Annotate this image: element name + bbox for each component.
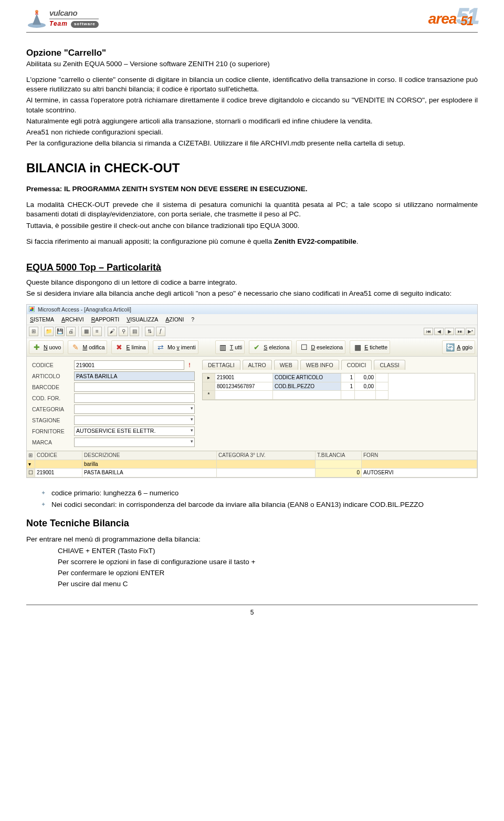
section3-p2: Se si desidera inviare alla bilancia anc… [26,289,478,298]
check-icon: ✔ [251,342,262,352]
label-codfor: COD. FOR. [32,394,74,402]
btn-nuovo[interactable]: ✚NNuovouovo [29,340,64,354]
warning-icon: ! [184,361,195,369]
tab-altro[interactable]: ALTRO [243,360,272,370]
tb-folder-icon[interactable]: 📁 [44,327,54,336]
filter-descr[interactable]: barilla [82,460,217,469]
nav-prev-icon[interactable]: ◀ [434,328,444,335]
field-fornitore[interactable]: AUTOSERVICE ESTE ELETTR. [74,427,195,436]
bullet-list: codice primario: lunghezza 6 – numerico … [41,489,478,510]
filter-forn[interactable] [362,460,477,469]
sg-p-2[interactable]: 0,00 [355,382,376,391]
section1-p3: Naturalmente egli potrà aggiungere artic… [26,117,478,126]
heading-opzione-carrello: Opzione "Carrello" [26,47,478,59]
uncheck-icon: ☐ [299,342,309,352]
plus-icon: ✚ [32,342,42,352]
btn-deseleziona[interactable]: ☐Deseleziona [296,340,345,354]
label-barcode: BARCODE [32,383,74,391]
filter-cat[interactable] [217,460,316,469]
bullet-1: codice primario: lunghezza 6 – numerico [41,489,478,498]
cell-descr: PASTA BARILLA [82,469,217,477]
col-fornitore[interactable]: FORN [362,451,477,460]
field-categoria[interactable] [74,404,195,414]
tb-view-icon[interactable]: ⊞ [29,327,38,336]
tb-table-icon[interactable]: ▤ [130,327,139,336]
sg-desc-2[interactable]: COD.BIL.PEZZO [273,382,341,391]
grid-corner[interactable]: ⊞ [27,451,35,460]
col-categoria[interactable]: CATEGORIA 3° LIV. [217,451,316,460]
label-marca: MARCA [32,439,74,446]
btn-modifica[interactable]: ✎Modifica [68,340,107,354]
tb-sort-icon[interactable]: ⇅ [145,327,154,336]
section1-p1: L'opzione "carrello o cliente" consente … [26,75,478,94]
col-descrizione[interactable]: DESCRIZIONE [82,451,217,460]
tab-classi[interactable]: CLASSI [374,360,405,370]
nav-last-icon[interactable]: ⏭ [455,328,465,335]
tb-save-icon[interactable]: 💾 [55,327,65,336]
btn-elimina[interactable]: ✖Elimina [111,340,148,354]
grid-row[interactable]: ☐ 219001 PASTA BARILLA 0 AUTOSERVI [27,469,477,477]
row-selector[interactable]: ▸ [203,373,215,382]
field-barcode[interactable] [74,382,195,392]
nav-next-icon[interactable]: ▶ [445,328,454,335]
btn-aggio[interactable]: 🔄Aggio [442,340,475,354]
filter-codice[interactable] [35,460,82,469]
bullet-2: Nei codici secondari: in corrispondenza … [41,500,478,510]
tb-link-icon[interactable]: ⚲ [119,327,128,336]
form-area: CODICE219001! ARTICOLOPASTA BARILLA BARC… [27,357,477,451]
record-navigator[interactable]: ⏮ ◀ ▶ ⏭ ▶* [424,328,475,335]
tab-dettagli[interactable]: DETTAGLI [202,360,240,370]
col-tbilancia[interactable]: T.BILANCIA [316,451,362,460]
menu-help[interactable]: ? [191,316,194,323]
sg-desc-1[interactable]: CODICE ARTICOLO [273,373,341,382]
detail-tabs: DETTAGLI ALTRO WEB WEB INFO CODICI CLASS… [202,360,475,370]
logo-vulcanoteam: vulcano Teamsoftware [26,7,99,28]
menu-rapporti[interactable]: RAPPORTI [91,316,120,323]
logo-text-line2: Teamsoftware [49,18,99,28]
heading-bilancia-checkout: BILANCIA in CHECK-OUT [26,160,478,176]
btn-etichette[interactable]: ▦Etichette [350,340,390,354]
menu-archivi[interactable]: ARCHIVI [61,316,84,323]
sg-p-1[interactable]: 0,00 [355,373,376,382]
tb-print-icon[interactable]: 🖨 [66,327,76,336]
filter-toggle[interactable]: ▾ [27,460,35,469]
btn-seleziona[interactable]: ✔Seleziona [249,340,292,354]
filter-tbil[interactable] [316,460,362,469]
tb-grid-icon[interactable]: ▦ [81,327,91,336]
menu-sistema[interactable]: SSISTEMAISTEMA [30,316,54,323]
section1-subtitle: Abilitata su Zenith EQUA 5000 – Versione… [26,59,478,69]
nav-new-icon[interactable]: ▶* [466,328,475,335]
sg-code-2[interactable]: 8001234567897 [215,382,273,391]
tb-fx-icon[interactable]: ƒ [156,327,165,336]
tab-webinfo[interactable]: WEB INFO [300,360,339,370]
tab-web[interactable]: WEB [274,360,298,370]
field-codfor[interactable] [74,393,195,403]
field-stagione[interactable] [74,415,195,425]
field-codice[interactable]: 219001 [74,360,184,370]
sg-q-1[interactable]: 1 [341,373,355,382]
row-check[interactable]: ☐ [27,469,35,477]
logo-area51: area 51 51 [428,7,478,29]
window-titlebar: Microsoft Access - [Anagrafica Articoli] [27,305,477,314]
sg-q-2[interactable]: 1 [341,382,355,391]
new-row-marker[interactable]: * [203,391,215,400]
sg-code-1[interactable]: 219001 [215,373,273,382]
action-toolbar: ✚NNuovouovo ✎Modifica ✖Elimina ⇄Moviment… [27,338,477,357]
notes-l3: Per confermare le opzioni ENTER [58,568,478,578]
articles-grid: ⊞ CODICE DESCRIZIONE CATEGORIA 3° LIV. T… [27,451,477,477]
btn-movimenti[interactable]: ⇄Movimenti [153,340,198,354]
col-codice[interactable]: CODICE [35,451,82,460]
tb-paint-icon[interactable]: 🖌 [108,327,117,336]
tab-codici[interactable]: CODICI [341,360,372,370]
svg-point-1 [35,10,38,13]
cell-codice: 219001 [35,469,82,477]
nav-first-icon[interactable]: ⏮ [424,328,433,335]
menu-azioni[interactable]: AZIONI [165,316,184,323]
msaccess-icon [29,306,35,312]
field-articolo[interactable]: PASTA BARILLA [74,371,195,381]
menu-bar[interactable]: SSISTEMAISTEMA ARCHIVI RAPPORTI VISUALIZ… [27,314,477,325]
field-marca[interactable] [74,438,195,447]
menu-visualizza[interactable]: VISUALIZZA [127,316,158,323]
btn-tutti[interactable]: ▥Tutti [215,340,245,354]
tb-adjust-icon[interactable]: ≡ [92,327,102,336]
